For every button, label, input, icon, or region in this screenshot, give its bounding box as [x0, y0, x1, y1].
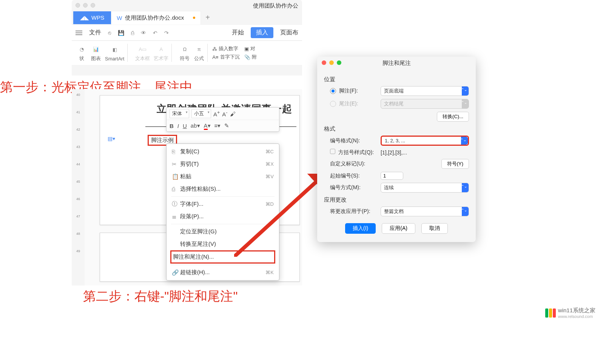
ribbon-insertnum[interactable]: ⁂插入数字 — [212, 45, 239, 52]
mini-toolbar: 宋体 小五 A+ A- 🖌 B I U ab▾ A▾ ≡▾ ✎ — [166, 107, 279, 132]
window-title: 使用团队协作办公 — [72, 0, 302, 10]
zoom-icon[interactable] — [337, 60, 341, 65]
open-icon[interactable]: ⎋ — [108, 30, 111, 36]
ctx-paste-special[interactable]: ⎙选择性粘贴(S)... — [167, 183, 279, 195]
align-icon[interactable]: ≡▾ — [214, 122, 221, 129]
separator — [171, 196, 275, 197]
preview-icon[interactable]: 👁 — [141, 30, 146, 36]
dialog-title-bar: 脚注和尾注 — [317, 57, 476, 70]
decrease-font-icon[interactable]: A- — [222, 110, 227, 117]
ribbon-dropcap[interactable]: A≡首字下沉 — [212, 54, 239, 60]
paste-icon: 📋 — [172, 173, 180, 180]
ruler-vertical: 40 41 42 43 44 45 46 47 48 49 — [72, 89, 85, 285]
textbox-icon: A▭ — [137, 44, 148, 54]
ribbon-shape[interactable]: ◔状 — [76, 44, 87, 62]
hamburger-icon[interactable] — [76, 31, 82, 35]
ctx-cut[interactable]: ✂剪切(T)⌘X — [167, 158, 279, 170]
italic-icon[interactable]: I — [177, 123, 179, 129]
menu-file[interactable]: 文件 — [89, 29, 101, 37]
dialog-mac-controls — [322, 60, 341, 65]
context-menu: ⎘复制(C)⌘C ✂剪切(T)⌘X 📋粘贴⌘V ⎙选择性粘贴(S)... ⓣ字体… — [166, 143, 279, 281]
attach-icon: 📎 — [244, 54, 250, 60]
ctx-paragraph[interactable]: ≣段落(P)... — [167, 210, 279, 223]
shape-icon: ◔ — [76, 44, 87, 54]
apply-button[interactable]: 应用(A) — [382, 223, 415, 234]
number-format-select[interactable]: 1, 2, 3, ...⌃⌄ — [381, 136, 469, 146]
underline-icon[interactable]: U — [183, 123, 187, 129]
save-icon[interactable]: 💾 — [118, 30, 124, 36]
chart-icon: 📊 — [91, 44, 101, 54]
watermark-logo-icon — [545, 308, 556, 318]
ribbon-attach[interactable]: 📎附 — [244, 54, 257, 60]
numbering-mode-select[interactable]: 连续⌃⌄ — [381, 183, 469, 193]
undo-icon[interactable]: ↶ — [153, 30, 157, 36]
highlight-icon[interactable]: ab▾ — [191, 122, 200, 129]
bracket-checkbox[interactable] — [330, 149, 335, 154]
convert-button[interactable]: 转换(C)... — [437, 112, 469, 122]
outline-icon[interactable]: ▤▾ — [108, 136, 115, 142]
font-size-select[interactable]: 小五 — [191, 109, 211, 118]
footnote-position-select[interactable]: 页面底端⌃⌄ — [381, 86, 469, 96]
print-icon[interactable]: ⎙ — [131, 30, 134, 36]
dropcap-icon: A≡ — [212, 54, 218, 60]
ribbon-textbox[interactable]: A▭文本框 — [135, 44, 150, 62]
tab-wps[interactable]: ◢◣ WPS — [73, 11, 111, 24]
wps-window: 使用团队协作办公 ◢◣ WPS W 使用团队协作办公.docx + 文件 ⎋ 💾… — [72, 0, 302, 76]
start-number-input[interactable] — [381, 172, 403, 180]
add-tab-button[interactable]: + — [201, 10, 214, 25]
section-position: 位置 — [324, 76, 469, 83]
apply-to-select[interactable]: 整篇文档⌃⌄ — [381, 207, 469, 216]
radio-endnote[interactable] — [330, 101, 336, 107]
radio-footnote[interactable] — [330, 88, 336, 94]
smartart-icon: ◧ — [109, 45, 120, 55]
minimize-dot[interactable] — [83, 3, 88, 8]
formula-icon: π — [194, 44, 204, 54]
insert-button[interactable]: 插入(I) — [345, 223, 376, 234]
unsaved-dot-icon — [193, 17, 195, 19]
ribbon-formula[interactable]: π公式 — [194, 44, 204, 62]
section-apply: 应用更改 — [324, 196, 469, 204]
ribbon-symbol[interactable]: Ω符号 — [179, 44, 190, 62]
insert-icon[interactable]: ✎ — [224, 122, 229, 129]
ribbon: ◔状 📊图表 ◧SmartArt A▭文本框 A艺术字 Ω符号 π公式 ⁂插入数… — [72, 41, 302, 65]
ctx-hyperlink[interactable]: 🔗超链接(H)...⌘K — [167, 266, 279, 279]
number-icon: ⁂ — [212, 46, 217, 52]
ctx-footnote-endnote[interactable]: 脚注和尾注(N)... — [171, 251, 274, 262]
tab-document[interactable]: W 使用团队协作办公.docx — [111, 11, 201, 25]
cancel-button[interactable]: 取消 — [421, 223, 448, 234]
menu-insert[interactable]: 插入 — [251, 27, 273, 38]
minimize-icon[interactable] — [329, 60, 334, 65]
ribbon-chart[interactable]: 📊图表 — [91, 44, 101, 62]
ctx-convert-endnote[interactable]: 转换至尾注(V) — [167, 238, 279, 250]
wordart-icon: A — [156, 44, 167, 54]
dialog-title: 脚注和尾注 — [382, 60, 411, 66]
annotation-step2: 第二步：右键-"脚注和尾注" — [83, 288, 237, 305]
bold-icon[interactable]: B — [170, 123, 174, 129]
zoom-dot[interactable] — [91, 3, 95, 8]
redo-icon[interactable]: ↷ — [164, 30, 169, 36]
ctx-font[interactable]: ⓣ字体(F)...⌘D — [167, 198, 279, 210]
font-color-icon[interactable]: A▾ — [204, 122, 211, 129]
cut-icon: ✂ — [172, 161, 180, 168]
symbol-button[interactable]: 符号(Y) — [441, 159, 469, 169]
ribbon-smartart[interactable]: ◧SmartArt — [105, 45, 124, 62]
font-family-select[interactable]: 宋体 — [170, 109, 189, 118]
close-dot[interactable] — [76, 3, 80, 8]
ribbon-dui[interactable]: ▣对 — [244, 45, 257, 52]
ctx-paste[interactable]: 📋粘贴⌘V — [167, 170, 279, 183]
font-dialog-icon: ⓣ — [172, 201, 180, 208]
ctx-copy[interactable]: ⎘复制(C)⌘C — [167, 145, 279, 158]
footnote-dialog: 脚注和尾注 位置 脚注(F): 页面底端⌃⌄ 尾注(E): 文档结尾⌃⌄ 转换(… — [317, 57, 476, 242]
ribbon-wordart[interactable]: A艺术字 — [154, 44, 168, 62]
close-icon[interactable] — [322, 60, 326, 65]
increase-font-icon[interactable]: A+ — [213, 110, 220, 117]
paragraph-icon: ≣ — [172, 213, 180, 220]
ctx-goto-footnote[interactable]: 定位至脚注(G) — [167, 225, 279, 238]
mac-window-controls — [76, 3, 95, 8]
menu-row: 文件 ⎋ 💾 ⎙ 👁 ↶ ↷ 开始 插入 页面布 — [72, 25, 302, 41]
watermark: win11系统之家 www.relsound.com — [545, 307, 595, 319]
menu-start[interactable]: 开始 — [232, 29, 244, 37]
format-painter-icon[interactable]: 🖌 — [230, 111, 236, 117]
section-format: 格式 — [324, 125, 469, 133]
menu-pagelayout[interactable]: 页面布 — [280, 29, 298, 37]
